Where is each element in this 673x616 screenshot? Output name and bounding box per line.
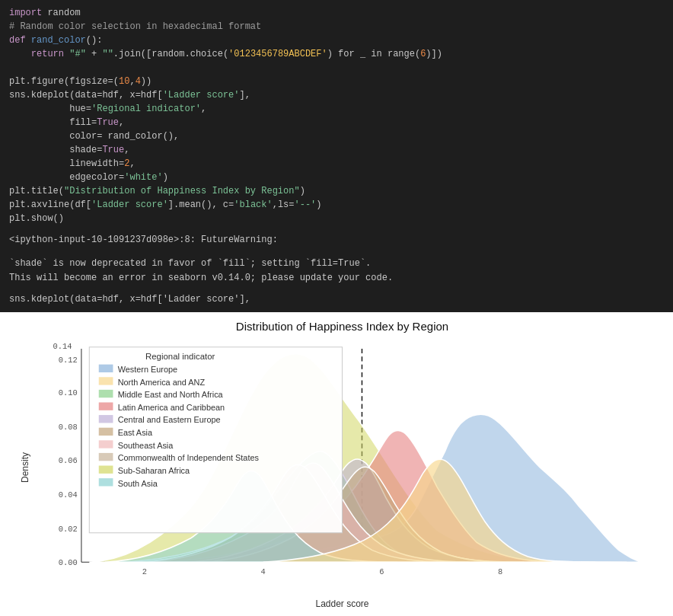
code-text: )]) bbox=[426, 49, 442, 59]
string: "#" bbox=[69, 49, 86, 59]
svg-text:North America and ANZ: North America and ANZ bbox=[118, 378, 206, 387]
code-text: sns.kdeplot(data=hdf, x=hdf[ bbox=[9, 90, 163, 101]
code-text: ) bbox=[300, 186, 305, 196]
code-text: + bbox=[86, 49, 103, 59]
code-text: color= rand_color(), bbox=[9, 131, 179, 142]
code-text: plt.show() bbox=[9, 213, 64, 224]
code-text bbox=[9, 62, 14, 73]
svg-text:0.12: 0.12 bbox=[59, 356, 78, 365]
svg-rect-25 bbox=[99, 415, 113, 423]
y-axis-label: Density bbox=[20, 452, 30, 483]
string: '--' bbox=[295, 199, 317, 210]
code-text: fill= bbox=[9, 117, 97, 128]
svg-text:Central and Eastern Europe: Central and Eastern Europe bbox=[118, 415, 221, 424]
code-text: plt.figure(figsize=( bbox=[9, 76, 119, 87]
code-text: , bbox=[129, 76, 135, 87]
string: 'Ladder score' bbox=[163, 90, 240, 101]
svg-text:East Asia: East Asia bbox=[118, 428, 153, 437]
string-orange: '0123456789ABCDEF' bbox=[228, 49, 327, 59]
svg-text:0.00: 0.00 bbox=[59, 558, 78, 567]
svg-text:0.10: 0.10 bbox=[59, 388, 78, 397]
svg-text:Sub-Saharan Africa: Sub-Saharan Africa bbox=[118, 466, 190, 475]
svg-text:0.04: 0.04 bbox=[59, 490, 78, 500]
svg-text:2: 2 bbox=[142, 567, 147, 576]
chart-svg: 0.00 0.02 0.04 0.06 0.08 0.10 0.12 0.14 … bbox=[42, 339, 643, 595]
keyword-import: import bbox=[9, 8, 42, 18]
fn-name: rand_color bbox=[31, 35, 86, 46]
svg-text:8: 8 bbox=[498, 567, 502, 576]
svg-rect-23 bbox=[99, 402, 113, 410]
warning-cell-id: <ipython-input-10-1091237d098e>:8: Futur… bbox=[9, 233, 664, 247]
code-text: (): bbox=[86, 35, 103, 46]
code-text: ], bbox=[239, 90, 250, 101]
code-text: , bbox=[119, 117, 124, 128]
code-text: edgecolor= bbox=[9, 172, 124, 183]
code-text: plt.title( bbox=[9, 186, 64, 196]
svg-text:4: 4 bbox=[261, 567, 266, 576]
comment: # Random color selection in hexadecimal … bbox=[9, 21, 261, 32]
svg-rect-27 bbox=[99, 428, 113, 436]
code-text: ,ls= bbox=[273, 199, 295, 210]
keyword-def: def bbox=[9, 35, 26, 46]
code-text: random bbox=[42, 8, 80, 18]
svg-rect-33 bbox=[99, 466, 113, 474]
code-section: import random # Random color selection i… bbox=[0, 0, 673, 228]
string: "" bbox=[102, 49, 113, 59]
string: 'white' bbox=[124, 172, 162, 183]
svg-text:0.08: 0.08 bbox=[59, 423, 78, 432]
code-text: hue= bbox=[9, 104, 91, 114]
code-text: , bbox=[124, 145, 129, 155]
code-text: plt.axvline(df[ bbox=[9, 199, 91, 210]
warning-line2: This will become an error in seaborn v0.… bbox=[9, 271, 664, 286]
svg-rect-29 bbox=[99, 440, 113, 448]
code-text: ) bbox=[163, 172, 168, 183]
title-string: "Distribution of Happiness Index by Regi… bbox=[64, 186, 300, 196]
string: 'black' bbox=[234, 199, 272, 210]
code-text: ) for _ in range( bbox=[327, 49, 420, 59]
keyword-true2: True bbox=[102, 145, 124, 155]
code-text: ) bbox=[316, 199, 321, 210]
x-axis-label: Ladder score bbox=[315, 598, 368, 609]
svg-text:6: 6 bbox=[379, 567, 384, 576]
svg-text:Middle East and North Africa: Middle East and North Africa bbox=[118, 390, 224, 399]
svg-text:Southeast Asia: Southeast Asia bbox=[118, 441, 174, 450]
svg-text:0.06: 0.06 bbox=[59, 456, 78, 465]
svg-text:Western Europe: Western Europe bbox=[118, 365, 178, 374]
svg-rect-19 bbox=[99, 377, 113, 385]
code-text: )) bbox=[141, 76, 152, 87]
svg-rect-31 bbox=[99, 453, 113, 461]
number: 10 bbox=[119, 76, 129, 87]
string: 'Ladder score' bbox=[91, 199, 168, 210]
code-text bbox=[26, 35, 31, 46]
svg-rect-35 bbox=[99, 478, 113, 486]
chart-container: Density 0.00 0.02 0.04 0.06 0.08 0.10 0.… bbox=[42, 339, 643, 595]
svg-text:South Asia: South Asia bbox=[118, 479, 158, 488]
code-text: linewidth= bbox=[9, 158, 124, 169]
warning-section: <ipython-input-10-1091237d098e>:8: Futur… bbox=[0, 228, 673, 312]
code-text: .join([random.choice( bbox=[113, 49, 228, 59]
warning-line3: sns.kdeplot(data=hdf, x=hdf['Ladder scor… bbox=[9, 292, 664, 307]
svg-text:Regional indicator: Regional indicator bbox=[145, 352, 215, 361]
chart-section: Distribution of Happiness Index by Regio… bbox=[0, 312, 673, 616]
string: 'Regional indicator' bbox=[91, 104, 201, 114]
svg-text:Commonwealth of Independent St: Commonwealth of Independent States bbox=[118, 453, 260, 462]
code-text: , bbox=[129, 158, 135, 169]
svg-text:Latin America and Caribbean: Latin America and Caribbean bbox=[118, 403, 225, 412]
keyword-true: True bbox=[97, 117, 119, 128]
warning-line1: `shade` is now deprecated in favor of `f… bbox=[9, 257, 664, 271]
svg-text:0.14: 0.14 bbox=[53, 342, 72, 351]
code-text: shade= bbox=[9, 145, 102, 155]
code-text: ].mean(), c= bbox=[168, 199, 234, 210]
svg-rect-17 bbox=[99, 365, 113, 372]
number: 4 bbox=[136, 76, 141, 87]
code-text: , bbox=[201, 104, 206, 114]
keyword-return: return bbox=[31, 49, 64, 59]
svg-text:0.02: 0.02 bbox=[59, 525, 78, 534]
code-text bbox=[9, 49, 31, 59]
svg-rect-21 bbox=[99, 390, 113, 397]
chart-title: Distribution of Happiness Index by Regio… bbox=[236, 320, 448, 333]
